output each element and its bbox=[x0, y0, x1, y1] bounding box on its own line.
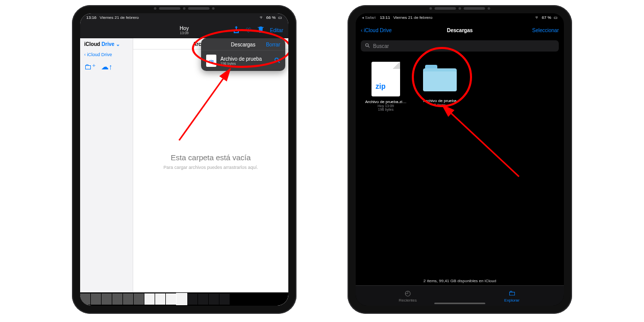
zip-document-icon: zip bbox=[371, 62, 400, 96]
sidebar-iconrow: 🗀⁺ ☁︎↑ bbox=[80, 59, 133, 75]
battery-text: 66 % bbox=[266, 15, 276, 20]
sidebar: iCloud Drive ⌄ iCloud Drive 🗀⁺ ☁︎↑ bbox=[80, 38, 133, 306]
status-bar: ◂ Safari 13:11 Viernes 21 de febrero ᯤ 6… bbox=[356, 13, 564, 22]
empty-state: Esta carpeta está vacía Para cargar arch… bbox=[133, 153, 288, 170]
svg-point-0 bbox=[275, 58, 278, 61]
status-right: ᯤ 67 % ▭ bbox=[535, 15, 558, 20]
folder-items: 0 ítems bbox=[418, 103, 462, 107]
tab-recents-label: Recientes bbox=[399, 298, 417, 303]
status-right: ᯤ 66 % ▭ bbox=[260, 15, 282, 20]
topbar-title-wrap: Hoy 13:09 bbox=[80, 26, 288, 35]
magnify-icon[interactable] bbox=[274, 57, 280, 65]
folder-name: Archivo de prueba bbox=[418, 98, 462, 103]
browser-body: iCloud Drive ⌄ iCloud Drive 🗀⁺ ☁︎↑ Archi… bbox=[80, 38, 288, 306]
zip-label: zip bbox=[376, 82, 385, 90]
status-left: 13:16 Viernes 21 de febrero bbox=[86, 15, 139, 20]
sidebar-title-link: Drive bbox=[102, 41, 114, 47]
search-placeholder: Buscar bbox=[373, 43, 389, 49]
screen-browser: 13:16 Viernes 21 de febrero ᯤ 66 % ▭ Hoy… bbox=[80, 13, 288, 306]
upload-cloud-icon[interactable]: ☁︎↑ bbox=[101, 62, 113, 71]
zip-file-icon: zip bbox=[206, 55, 216, 67]
clock-icon: ◴ bbox=[405, 289, 411, 297]
topbar-title: Hoy bbox=[80, 26, 288, 31]
annotation-arrow bbox=[159, 59, 251, 145]
wifi-icon: ᯤ bbox=[535, 15, 539, 20]
browser-topbar: Hoy 13:09 ♡ Editar bbox=[80, 22, 288, 38]
content-area: Archivo de pru Descargas Borrar zip Arch… bbox=[133, 38, 288, 306]
home-indicator bbox=[434, 303, 485, 304]
sidebar-title-prefix: iCloud bbox=[84, 41, 100, 47]
storage-status: 2 ítems, 99,41 GB disponibles en iCloud bbox=[356, 279, 564, 283]
files-nav: iCloud Drive Descargas Seleccionar bbox=[356, 22, 564, 38]
topbar-subtitle: 13:09 bbox=[80, 31, 288, 35]
ipad-right: ◂ Safari 13:11 Viernes 21 de febrero ᯤ 6… bbox=[348, 5, 572, 314]
search-bar[interactable]: Buscar bbox=[361, 40, 559, 52]
folder-icon: 🗀 bbox=[508, 289, 515, 297]
status-time: 13:11 bbox=[380, 15, 390, 20]
files-grid: zip Archivo de prueba.zi… Hoy 13:09 198 … bbox=[356, 54, 564, 119]
popover-clear[interactable]: Borrar bbox=[266, 42, 280, 47]
search-icon bbox=[365, 43, 370, 49]
ipad-notch bbox=[430, 7, 490, 10]
chevron-down-icon: ⌄ bbox=[116, 41, 120, 47]
svg-line-4 bbox=[368, 46, 370, 48]
download-item[interactable]: zip Archivo de prueba 198 bytes bbox=[201, 51, 285, 71]
ipad-notch bbox=[154, 7, 215, 10]
download-meta: Archivo de prueba 198 bytes bbox=[220, 56, 270, 65]
empty-subtitle: Para cargar archivos puedes arrastrarlos… bbox=[133, 165, 288, 170]
popover-header: Descargas Borrar bbox=[201, 38, 285, 51]
file-zip[interactable]: zip Archivo de prueba.zi… Hoy 13:09 198 … bbox=[364, 62, 408, 111]
new-folder-icon[interactable]: 🗀⁺ bbox=[84, 62, 96, 71]
sidebar-title[interactable]: iCloud Drive ⌄ bbox=[80, 38, 133, 50]
status-back-app[interactable]: ◂ Safari bbox=[362, 15, 376, 20]
svg-line-2 bbox=[179, 69, 230, 140]
status-time: 13:16 bbox=[86, 15, 96, 20]
downloads-popover: Descargas Borrar zip Archivo de prueba 1… bbox=[201, 38, 285, 71]
download-size: 198 bytes bbox=[220, 62, 270, 65]
status-bar: 13:16 Viernes 21 de febrero ᯤ 66 % ▭ bbox=[80, 13, 288, 22]
svg-point-3 bbox=[366, 44, 368, 46]
tab-browse-label: Explorar bbox=[504, 298, 519, 303]
zip-name: Archivo de prueba.zi… bbox=[364, 100, 408, 104]
empty-title: Esta carpeta está vacía bbox=[133, 153, 288, 162]
folder-icon bbox=[423, 65, 457, 91]
download-name: Archivo de prueba bbox=[220, 56, 270, 62]
nav-title: Descargas bbox=[356, 28, 564, 33]
screen-files: ◂ Safari 13:11 Viernes 21 de febrero ᯤ 6… bbox=[356, 13, 564, 306]
status-date: Viernes 21 de febrero bbox=[100, 15, 139, 20]
battery-icon: ▭ bbox=[278, 15, 282, 20]
sidebar-back[interactable]: iCloud Drive bbox=[80, 50, 133, 59]
battery-icon: ▭ bbox=[554, 15, 558, 20]
battery-text: 67 % bbox=[542, 15, 551, 20]
file-folder[interactable]: Archivo de prueba 0 ítems bbox=[418, 62, 462, 111]
wifi-icon: ᯤ bbox=[260, 15, 264, 20]
zip-size: 198 bytes bbox=[364, 108, 408, 111]
zip-date: Hoy 13:09 bbox=[364, 104, 408, 108]
svg-line-1 bbox=[278, 61, 280, 62]
ipad-left: 13:16 Viernes 21 de febrero ᯤ 66 % ▭ Hoy… bbox=[72, 5, 296, 314]
status-left: ◂ Safari 13:11 Viernes 21 de febrero bbox=[362, 15, 432, 20]
status-date: Viernes 21 de febrero bbox=[393, 15, 433, 20]
photo-thumbnails[interactable] bbox=[80, 292, 288, 306]
